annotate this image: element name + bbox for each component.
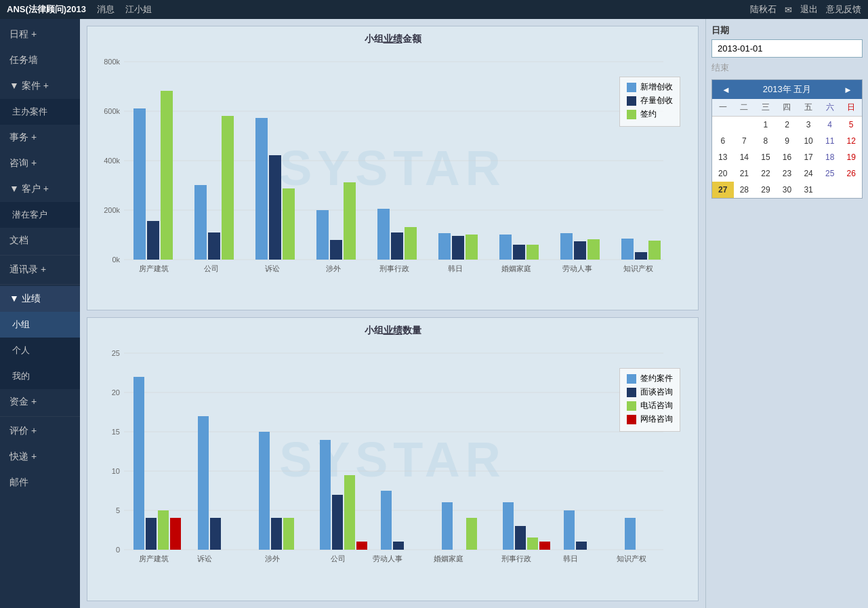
chart2-legend: 签约案件 面谈咨询 电话咨询 网络咨询 xyxy=(619,368,680,432)
sidebar-item-performance[interactable]: ▼ 业绩 xyxy=(0,286,80,312)
svg-rect-70 xyxy=(320,440,331,550)
svg-rect-73 xyxy=(356,542,367,550)
sidebar-item-affairs[interactable]: 事务 + xyxy=(0,125,80,150)
svg-rect-64 xyxy=(210,518,221,550)
cal-cell[interactable]: 10 xyxy=(798,133,819,149)
sidebar-item-taskwall[interactable]: 任务墙 xyxy=(0,47,80,73)
sidebar-item-express[interactable]: 快递 + xyxy=(0,444,80,470)
sidebar-item-eval[interactable]: 评价 + xyxy=(0,418,80,444)
cal-cell[interactable]: 3 xyxy=(798,117,819,133)
legend2-sign: 签约案件 xyxy=(627,373,673,384)
cal-cell[interactable] xyxy=(840,182,862,198)
cal-cell[interactable]: 16 xyxy=(777,149,798,165)
legend-item-sign: 签约 xyxy=(627,108,673,120)
chart2-container: SYSTAR 小组业绩数量 25 20 15 10 5 0 xyxy=(87,317,699,601)
sidebar-item-case[interactable]: ▼ 案件 + xyxy=(0,73,80,99)
cal-cell[interactable]: 22 xyxy=(755,165,777,182)
svg-rect-30 xyxy=(438,233,451,260)
cal-cell[interactable]: 7 xyxy=(734,133,756,149)
cal-cell[interactable]: 18 xyxy=(819,149,841,165)
cal-cell[interactable]: 9 xyxy=(777,133,798,149)
sidebar-item-consult[interactable]: 咨询 + xyxy=(0,150,80,176)
cal-cell[interactable]: 27 xyxy=(712,182,734,198)
cal-wkd-fri: 五 xyxy=(798,99,819,116)
cal-prev-btn[interactable]: ◄ xyxy=(718,85,735,95)
sidebar-item-main-case[interactable]: 主办案件 xyxy=(0,99,80,125)
cal-weekday-header: 一 二 三 四 五 六 日 xyxy=(712,99,862,117)
cal-cell[interactable]: 2 xyxy=(777,117,798,133)
cal-cell[interactable]: 17 xyxy=(798,149,819,165)
cal-cell[interactable]: 19 xyxy=(840,149,862,165)
svg-rect-40 xyxy=(587,239,600,260)
cal-cell[interactable]: 24 xyxy=(798,165,819,182)
cal-cell[interactable]: 8 xyxy=(755,133,777,149)
legend2-web-label: 网络咨询 xyxy=(640,413,673,425)
svg-rect-11 xyxy=(147,221,159,260)
cal-cell[interactable]: 1 xyxy=(755,117,777,133)
svg-text:房产建筑: 房产建筑 xyxy=(139,554,169,563)
svg-text:婚姻家庭: 婚姻家庭 xyxy=(501,264,531,272)
legend2-web: 网络咨询 xyxy=(627,413,673,425)
svg-rect-76 xyxy=(393,542,404,550)
sidebar-item-document[interactable]: 文档 xyxy=(0,228,80,254)
cal-cell[interactable] xyxy=(712,117,734,133)
feedback-btn[interactable]: 意见反馈 xyxy=(826,3,861,16)
sidebar-item-mine[interactable]: 我的 xyxy=(0,363,80,389)
cal-cell[interactable]: 25 xyxy=(819,165,841,182)
cal-wkd-sat: 六 xyxy=(819,99,841,116)
svg-rect-20 xyxy=(283,188,295,260)
cal-cell[interactable]: 26 xyxy=(840,165,862,182)
logout-btn[interactable]: 退出 xyxy=(800,3,818,16)
cal-cell[interactable]: 21 xyxy=(734,165,756,182)
svg-text:400k: 400k xyxy=(104,157,120,165)
cal-cell[interactable]: 20 xyxy=(712,165,734,182)
sidebar-item-contacts[interactable]: 通讯录 + xyxy=(0,257,80,283)
cal-cell[interactable]: 15 xyxy=(755,149,777,165)
svg-text:诉讼: 诉讼 xyxy=(197,554,212,563)
nav-user-name[interactable]: 江小姐 xyxy=(125,3,152,16)
svg-rect-35 xyxy=(513,245,525,260)
chart2-title: 小组业绩数量 xyxy=(94,325,691,337)
svg-rect-89 xyxy=(625,518,636,550)
svg-rect-12 xyxy=(161,91,173,260)
cal-cell[interactable] xyxy=(819,182,841,198)
cal-cell[interactable]: 31 xyxy=(798,182,819,198)
legend-new-label: 新增创收 xyxy=(640,81,673,93)
cal-cell[interactable]: 29 xyxy=(755,182,777,198)
svg-rect-24 xyxy=(344,182,356,260)
svg-rect-32 xyxy=(466,235,478,260)
cal-wkd-tue: 二 xyxy=(734,99,756,116)
svg-rect-36 xyxy=(526,245,539,260)
cal-cell[interactable]: 4 xyxy=(819,117,841,133)
sidebar-item-customer[interactable]: ▼ 客户 + xyxy=(0,176,80,202)
svg-text:0k: 0k xyxy=(112,256,120,264)
cal-cell[interactable]: 13 xyxy=(712,149,734,165)
chart1-title: 小组业绩金额 xyxy=(94,33,691,45)
cal-cell[interactable]: 5 xyxy=(840,117,862,133)
date-start-input[interactable] xyxy=(711,39,863,58)
cal-next-btn[interactable]: ► xyxy=(840,85,856,95)
sidebar-item-schedule[interactable]: 日程 + xyxy=(0,22,80,47)
cal-cell[interactable]: 14 xyxy=(734,149,756,165)
cal-cell[interactable]: 23 xyxy=(777,165,798,182)
sidebar-item-potential[interactable]: 潜在客户 xyxy=(0,202,80,228)
sidebar-item-personal[interactable]: 个人 xyxy=(0,338,80,363)
svg-rect-34 xyxy=(499,235,512,260)
svg-rect-38 xyxy=(560,233,573,260)
svg-text:房产建筑: 房产建筑 xyxy=(139,264,169,272)
cal-cell[interactable]: 11 xyxy=(819,133,841,149)
cal-wkd-wed: 三 xyxy=(755,99,777,116)
chart1-container: SYSTAR 小组业绩金额 800k 600k 400k 200k 0k xyxy=(87,26,699,310)
sidebar-item-group[interactable]: 小组 xyxy=(0,312,80,338)
nav-messages[interactable]: 消息 xyxy=(97,3,115,16)
mail-icon[interactable]: ✉ xyxy=(785,5,792,15)
chart1-svg: 800k 600k 400k 200k 0k xyxy=(94,49,684,300)
cal-cell[interactable]: 30 xyxy=(777,182,798,198)
calendar: ◄ 2013年 五月 ► 一 二 三 四 五 六 日 1234567891011… xyxy=(711,79,863,199)
cal-cell[interactable]: 12 xyxy=(840,133,862,149)
cal-cell[interactable]: 6 xyxy=(712,133,734,149)
cal-cell[interactable] xyxy=(734,117,756,133)
sidebar-item-mail[interactable]: 邮件 xyxy=(0,470,80,495)
cal-cell[interactable]: 28 xyxy=(734,182,756,198)
sidebar-item-funds[interactable]: 资金 + xyxy=(0,389,80,415)
